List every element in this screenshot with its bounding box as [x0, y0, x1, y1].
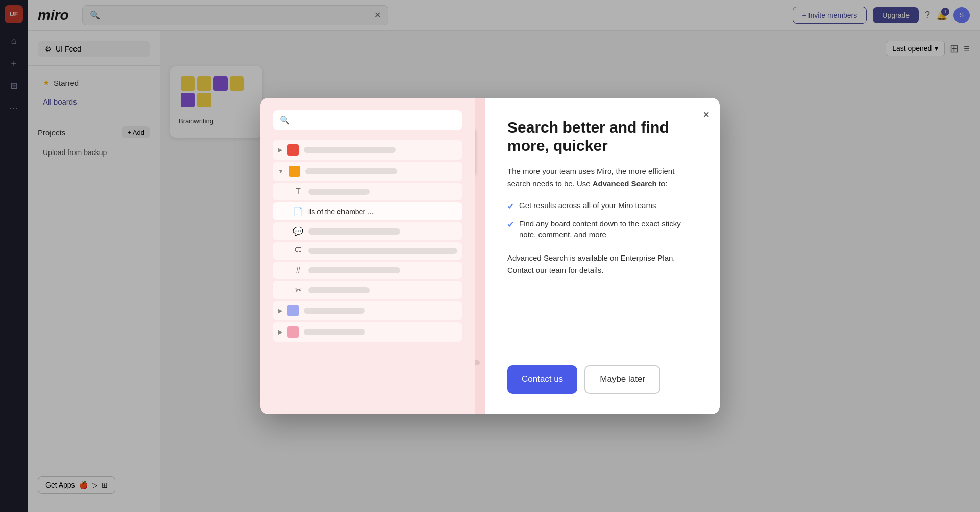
hashtag-icon: #	[293, 266, 303, 275]
checkmark-icon-2: ✔	[507, 219, 514, 231]
checkmark-icon-1: ✔	[507, 201, 514, 212]
result-item-4[interactable]: 📄 lls of the chamber ...	[273, 202, 462, 220]
contact-us-button[interactable]: Contact us	[507, 365, 577, 394]
cut-icon: ✂	[293, 285, 303, 295]
modal-overlay[interactable]: 🔍 Ch ▶ ▼ T	[0, 0, 980, 512]
result-item-8[interactable]: ✂	[273, 281, 462, 299]
dialog-search-input[interactable]: Ch	[295, 116, 455, 125]
text-icon: T	[293, 187, 303, 196]
close-button[interactable]: ×	[703, 108, 709, 121]
result-item-2[interactable]: ▼	[273, 162, 462, 181]
result-color-dot-yellow	[289, 166, 300, 177]
expand-icon: ▶	[278, 146, 282, 153]
result-skeleton	[305, 168, 397, 174]
result-skeleton	[304, 308, 365, 314]
result-item-1[interactable]: ▶	[273, 140, 462, 160]
result-color-dot-pink	[287, 326, 299, 338]
preview-panel: possible be created on the walls of the …	[475, 98, 485, 414]
info-title: Search better and find more, quicker	[507, 118, 697, 155]
preview-skeletons	[475, 360, 480, 373]
speech-icon: 🗨	[293, 246, 303, 255]
search-icon: 🔍	[280, 115, 290, 125]
result-color-dot-red	[287, 144, 299, 156]
expand-icon: ▶	[278, 328, 282, 336]
result-skeleton	[308, 248, 457, 254]
result-skeleton	[304, 147, 396, 153]
result-item-3[interactable]: T	[273, 183, 462, 200]
result-item-6[interactable]: 🗨	[273, 242, 462, 260]
result-skeleton	[308, 228, 400, 235]
result-item-5[interactable]: 💬	[273, 222, 462, 240]
dialog-search-input-row[interactable]: 🔍 Ch	[273, 110, 462, 130]
result-item-9[interactable]: ▶	[273, 301, 462, 320]
search-panel: 🔍 Ch ▶ ▼ T	[260, 98, 475, 414]
document-icon: 📄	[293, 207, 303, 216]
comment-icon: 💬	[293, 226, 303, 236]
result-skeleton	[308, 189, 370, 195]
result-item-10[interactable]: ▶	[273, 322, 462, 342]
result-skeleton	[304, 329, 365, 335]
skeleton-line	[475, 360, 480, 365]
check-text-2: Find any board content down to the exact…	[519, 218, 697, 240]
check-list: ✔ Get results across all of your Miro te…	[507, 200, 697, 240]
info-description: The more your team uses Miro, the more e…	[507, 165, 697, 190]
result-skeleton	[308, 287, 370, 293]
check-text-1: Get results across all of your Miro team…	[519, 200, 656, 211]
search-results-list: ▶ ▼ T 📄	[273, 140, 462, 402]
info-note: Advanced Search is available on Enterpri…	[507, 252, 697, 276]
check-item-1: ✔ Get results across all of your Miro te…	[507, 200, 697, 212]
maybe-later-button[interactable]: Maybe later	[584, 365, 660, 394]
expand-icon: ▼	[278, 168, 284, 175]
info-actions: Contact us Maybe later	[507, 365, 697, 394]
expand-icon: ▶	[278, 307, 282, 314]
result-skeleton	[308, 267, 400, 273]
result-color-dot-blue	[287, 305, 299, 316]
search-dialog: 🔍 Ch ▶ ▼ T	[260, 98, 720, 414]
result-item-7[interactable]: #	[273, 262, 462, 279]
info-panel: × Search better and find more, quicker T…	[485, 98, 720, 414]
check-item-2: ✔ Find any board content down to the exa…	[507, 218, 697, 240]
result-text: lls of the chamber ...	[308, 208, 457, 216]
